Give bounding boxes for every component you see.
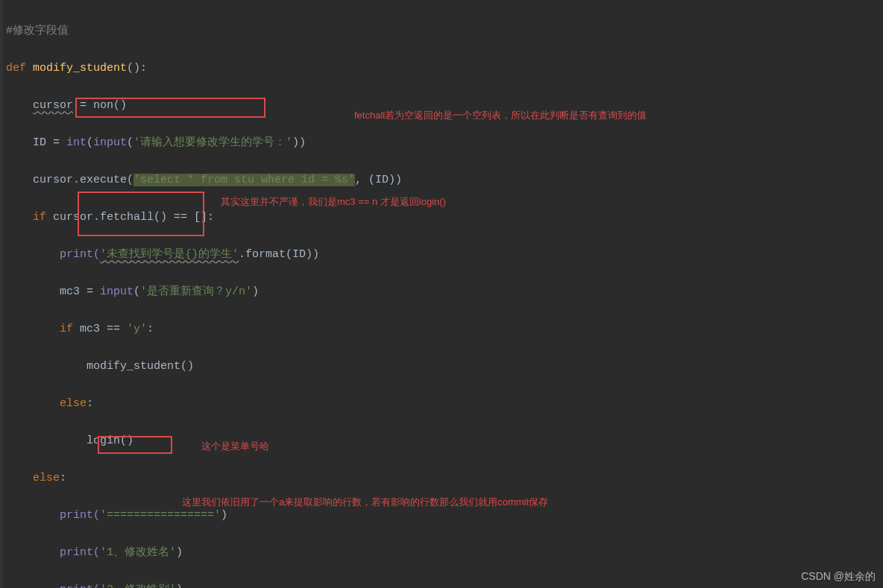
code-line[interactable]: #修改字段值 (6, 22, 883, 40)
annotation-text: fetchall若为空返回的是一个空列表，所以在此判断是否有查询到的值 (354, 109, 647, 122)
annotation-text: 这个是菜单号哈 (201, 440, 269, 453)
highlight-box (98, 436, 172, 454)
code-line[interactable]: def modify_student(): (6, 59, 883, 78)
code-line[interactable]: modify_student() (6, 357, 883, 376)
highlight-box (78, 192, 204, 236)
annotation-text: 其实这里并不严谨，我们是mc3 == n 才是返回login() (221, 195, 446, 209)
code-line[interactable]: else: (6, 469, 883, 487)
code-line[interactable]: print('2、修改性别') (6, 581, 883, 588)
annotation-text: 这里我们依旧用了一个a来提取影响的行数，若有影响的行数那么我们就用commit保… (182, 496, 548, 509)
code-line[interactable]: ID = int(input('请输入想要修改学生的学号：')) (6, 133, 883, 152)
code-line[interactable]: print('1、修改姓名') (6, 543, 883, 562)
highlight-box (75, 98, 265, 118)
code-line[interactable]: mc3 = input('是否重新查询？y/n') (6, 282, 883, 301)
code-line[interactable]: else: (6, 394, 883, 413)
code-line[interactable]: print('未查找到学号是{}的学生'.format(ID)) (6, 245, 883, 264)
code-line[interactable]: cursor.execute('select * from stu where … (6, 171, 883, 189)
code-line[interactable]: if mc3 == 'y': (6, 320, 883, 338)
comment: #修改字段值 (6, 25, 69, 37)
watermark: CSDN @姓余的 (801, 570, 876, 584)
